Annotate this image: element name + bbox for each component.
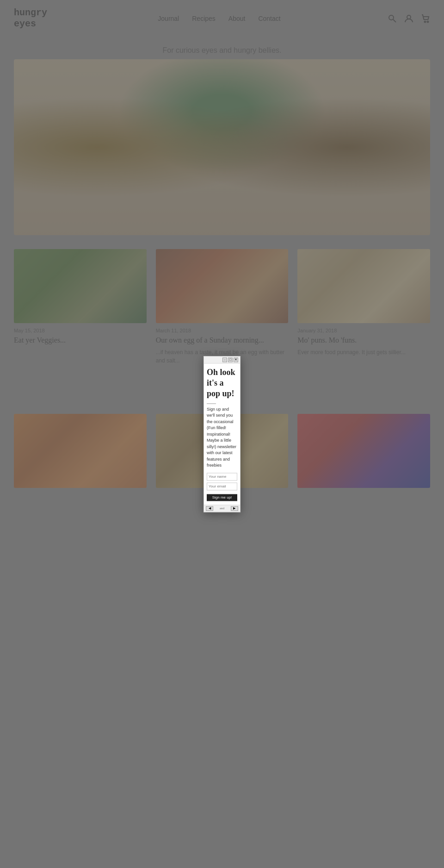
popup-email-input[interactable]: [207, 482, 237, 490]
popup-titlebar: – □ ✕: [204, 356, 240, 363]
popup-prev-button[interactable]: ◀: [206, 506, 213, 511]
popup-minimize-button[interactable]: –: [222, 357, 227, 362]
popup-form: Sign me up!: [207, 473, 237, 501]
popup-next-button[interactable]: ▶: [231, 506, 238, 511]
popup-scroll-area[interactable]: Oh look it's a pop up! Sign up and we'll…: [204, 363, 240, 505]
popup-maximize-button[interactable]: □: [228, 357, 233, 362]
popup-heading-divider: [207, 403, 216, 404]
popup-bottom-bar: ◀ and ▶: [204, 505, 240, 512]
popup-body-text: Sign up and we'll send you the occasiona…: [207, 406, 237, 469]
popup-close-button[interactable]: ✕: [234, 357, 238, 362]
popup-name-input[interactable]: [207, 473, 237, 481]
popup-heading: Oh look it's a pop up!: [207, 367, 237, 400]
popup-submit-button[interactable]: Sign me up!: [207, 494, 237, 501]
popup-modal: – □ ✕ Oh look it's a pop up! Sign up and…: [204, 356, 240, 512]
popup-scroll-indicator: and: [220, 506, 224, 510]
